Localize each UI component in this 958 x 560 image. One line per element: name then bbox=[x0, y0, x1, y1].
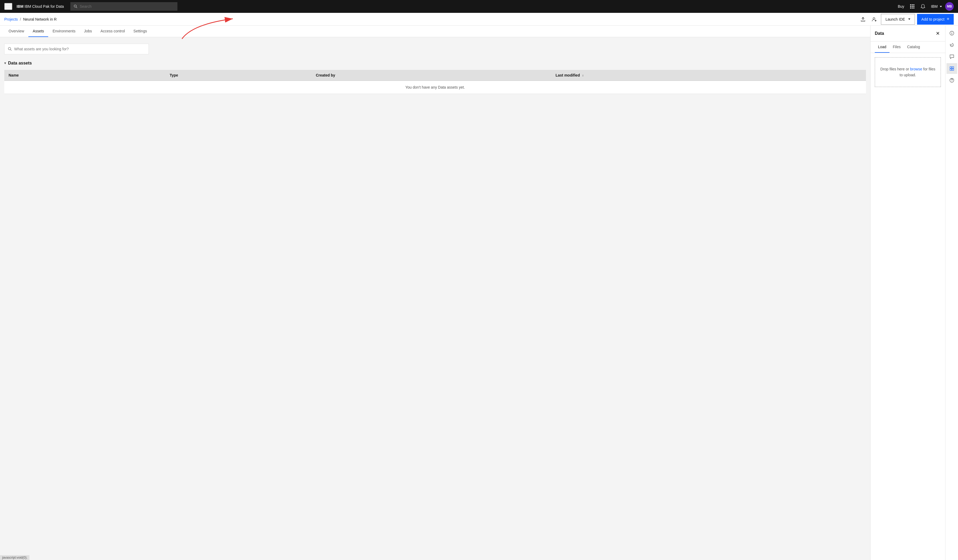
table-row: You don't have any Data assets yet. bbox=[4, 81, 866, 94]
launch-ide-chevron bbox=[908, 19, 910, 20]
sub-nav-actions: Launch IDE Add to project + bbox=[858, 14, 954, 25]
launch-ide-button[interactable]: Launch IDE bbox=[881, 14, 915, 25]
chat-icon bbox=[949, 54, 954, 59]
close-panel-button[interactable]: ✕ bbox=[935, 30, 941, 37]
sort-arrow-icon: ↓ bbox=[582, 73, 584, 77]
right-panel: Data ✕ Load Files Catalog Drop files her… bbox=[870, 26, 945, 560]
svg-rect-3 bbox=[912, 4, 913, 5]
panel-tabs: Load Files Catalog bbox=[871, 41, 945, 53]
breadcrumb-current: Neural Network in R bbox=[23, 17, 57, 21]
help-icon bbox=[949, 78, 954, 83]
svg-point-26 bbox=[952, 81, 952, 82]
content-area: Overview Assets Environments Jobs Access… bbox=[0, 26, 870, 560]
svg-rect-5 bbox=[910, 6, 911, 7]
info-panel-button[interactable] bbox=[947, 28, 957, 38]
svg-rect-7 bbox=[913, 6, 914, 7]
grid-icon bbox=[949, 66, 954, 71]
panel-tab-catalog[interactable]: Catalog bbox=[904, 41, 923, 53]
column-header-name[interactable]: Name bbox=[4, 70, 165, 81]
column-header-last-modified[interactable]: Last modified ↓ bbox=[551, 70, 866, 81]
svg-rect-2 bbox=[910, 4, 911, 5]
app-brand: IBM IBM Cloud Pak for Data bbox=[17, 4, 64, 9]
notifications-button[interactable] bbox=[918, 2, 928, 11]
add-collaborator-button[interactable] bbox=[870, 15, 879, 24]
main-layout: Overview Assets Environments Jobs Access… bbox=[0, 26, 958, 560]
section-title: Data assets bbox=[8, 61, 32, 66]
tabs-bar: Overview Assets Environments Jobs Access… bbox=[0, 26, 870, 37]
upload-icon bbox=[861, 17, 865, 22]
drop-zone: Drop files here or browse for files to u… bbox=[875, 57, 941, 87]
tab-assets[interactable]: Assets bbox=[29, 26, 48, 37]
global-search-input[interactable] bbox=[80, 4, 174, 9]
chevron-down-icon bbox=[940, 6, 942, 7]
switcher-icon bbox=[910, 4, 915, 9]
svg-rect-6 bbox=[912, 6, 913, 7]
panel-icon-bar bbox=[945, 26, 958, 560]
browse-link[interactable]: browse bbox=[910, 67, 922, 71]
add-icon: + bbox=[947, 16, 949, 22]
tab-access-control[interactable]: Access control bbox=[96, 26, 129, 37]
info-icon bbox=[949, 31, 954, 36]
data-assets-table: Name Type Created by Last modified ↓ bbox=[4, 70, 866, 94]
history-icon bbox=[949, 43, 954, 48]
svg-line-20 bbox=[952, 45, 952, 46]
column-header-type[interactable]: Type bbox=[165, 70, 311, 81]
page-content: ▾ Data assets Name Type Created by bbox=[0, 37, 870, 100]
svg-line-1 bbox=[76, 7, 77, 8]
user-avatar[interactable]: MB bbox=[945, 2, 954, 11]
switcher-button[interactable] bbox=[907, 2, 917, 11]
svg-rect-21 bbox=[950, 67, 952, 68]
svg-rect-8 bbox=[910, 8, 911, 9]
search-icon bbox=[8, 47, 12, 51]
svg-point-0 bbox=[74, 5, 76, 7]
history-panel-button[interactable] bbox=[947, 40, 957, 50]
search-icon bbox=[74, 4, 78, 9]
svg-point-18 bbox=[952, 32, 952, 33]
chat-panel-button[interactable] bbox=[947, 51, 957, 62]
global-search-container bbox=[70, 2, 178, 11]
data-assets-section-header: ▾ Data assets bbox=[4, 61, 866, 66]
hamburger-menu[interactable] bbox=[4, 3, 12, 10]
ibm-dropdown-button[interactable]: IBM bbox=[929, 2, 944, 11]
breadcrumb-projects-link[interactable]: Projects bbox=[4, 17, 18, 21]
panel-tab-files[interactable]: Files bbox=[890, 41, 904, 53]
svg-point-14 bbox=[8, 48, 11, 50]
right-panel-header: Data ✕ bbox=[871, 26, 945, 41]
status-bar: javascript:void(0); bbox=[0, 555, 29, 560]
top-navigation: IBM IBM Cloud Pak for Data Buy bbox=[0, 0, 958, 13]
person-add-icon bbox=[872, 17, 877, 22]
svg-line-15 bbox=[10, 49, 11, 51]
tab-overview[interactable]: Overview bbox=[4, 26, 29, 37]
right-panel-title: Data bbox=[875, 31, 884, 36]
svg-rect-10 bbox=[913, 8, 914, 9]
bell-icon bbox=[920, 4, 926, 9]
asset-search-container bbox=[4, 44, 149, 54]
tab-jobs[interactable]: Jobs bbox=[80, 26, 96, 37]
right-side: Data ✕ Load Files Catalog Drop files her… bbox=[870, 26, 958, 560]
asset-search-input[interactable] bbox=[14, 47, 145, 51]
panel-tab-load[interactable]: Load bbox=[875, 41, 890, 53]
svg-rect-22 bbox=[952, 67, 954, 68]
svg-rect-4 bbox=[913, 4, 914, 5]
top-nav-right: Buy IBM MB bbox=[896, 2, 954, 11]
breadcrumb: Projects / Neural Network in R bbox=[4, 17, 856, 21]
svg-point-11 bbox=[873, 17, 875, 19]
tab-settings[interactable]: Settings bbox=[129, 26, 151, 37]
buy-button[interactable]: Buy bbox=[896, 2, 906, 11]
add-to-project-button[interactable]: Add to project + bbox=[917, 14, 954, 25]
svg-rect-9 bbox=[912, 8, 913, 9]
data-panel-button[interactable] bbox=[947, 63, 957, 74]
svg-rect-23 bbox=[950, 69, 952, 70]
tab-environments[interactable]: Environments bbox=[48, 26, 80, 37]
svg-rect-24 bbox=[952, 69, 954, 70]
empty-message: You don't have any Data assets yet. bbox=[4, 81, 866, 94]
upload-button[interactable] bbox=[858, 15, 868, 24]
column-header-created-by[interactable]: Created by bbox=[311, 70, 551, 81]
help-panel-button[interactable] bbox=[947, 75, 957, 86]
breadcrumb-separator: / bbox=[20, 17, 21, 21]
sub-navigation: Projects / Neural Network in R Launch ID… bbox=[0, 13, 958, 26]
collapse-icon[interactable]: ▾ bbox=[4, 61, 6, 65]
